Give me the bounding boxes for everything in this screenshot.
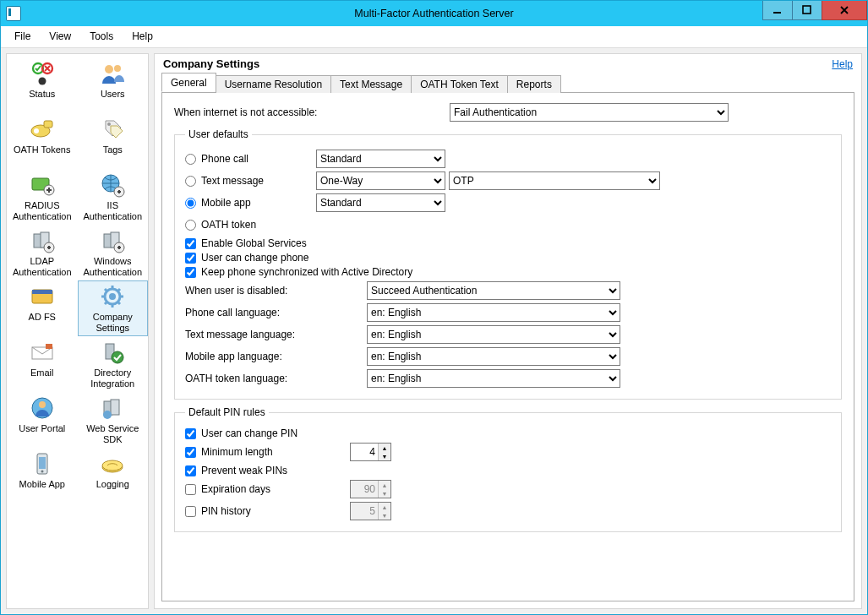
spinner-down-icon: ▼ bbox=[379, 511, 390, 520]
spinner-up-icon[interactable]: ▲ bbox=[379, 444, 390, 452]
app-window: Multi-Factor Authentication Server File … bbox=[0, 0, 868, 615]
check-min-length-input[interactable] bbox=[185, 447, 196, 458]
radio-oath-token-input[interactable] bbox=[185, 220, 196, 231]
spinner-down-icon: ▼ bbox=[379, 489, 390, 498]
text-lang-select[interactable]: en: English bbox=[367, 325, 620, 344]
close-button[interactable] bbox=[822, 1, 867, 20]
svg-point-36 bbox=[41, 471, 43, 473]
tab-general: When internet is not accessible: Fail Au… bbox=[161, 93, 854, 601]
sidebar-item-ldap[interactable]: LDAP Authentication bbox=[7, 225, 78, 280]
text-message-mode-select[interactable]: One-Way bbox=[316, 171, 445, 190]
sidebar-item-radius[interactable]: RADIUS Authentication bbox=[7, 169, 78, 225]
radio-mobile-app[interactable]: Mobile app bbox=[185, 197, 316, 209]
sidebar-item-directory[interactable]: Directory Integration bbox=[78, 336, 149, 392]
check-min-length[interactable]: Minimum length bbox=[185, 446, 350, 458]
oath-icon bbox=[29, 116, 56, 143]
sidebar-item-status[interactable]: Status bbox=[7, 57, 78, 113]
sidebar-item-email[interactable]: Email bbox=[7, 336, 78, 392]
spinner-down-icon[interactable]: ▼ bbox=[379, 452, 390, 460]
menu-tools[interactable]: Tools bbox=[81, 28, 122, 45]
page-title: Company Settings bbox=[163, 57, 259, 70]
tab-oath-token-text[interactable]: OATH Token Text bbox=[411, 75, 508, 93]
tab-text-message[interactable]: Text Message bbox=[330, 75, 412, 93]
sidebar-item-label: Users bbox=[80, 89, 146, 111]
mobile-lang-select[interactable]: en: English bbox=[367, 347, 620, 366]
radio-mobile-app-input[interactable] bbox=[185, 198, 196, 209]
window-title: Multi-Factor Authentication Server bbox=[1, 8, 867, 19]
minimize-button[interactable] bbox=[762, 1, 793, 20]
sdk-icon bbox=[99, 395, 126, 422]
iis-icon bbox=[99, 171, 126, 199]
sidebar-item-label: Company Settings bbox=[80, 312, 146, 334]
check-prevent-weak[interactable]: Prevent weak PINs bbox=[185, 465, 831, 476]
sidebar-item-oath[interactable]: OATH Tokens bbox=[7, 113, 78, 169]
tab-reports[interactable]: Reports bbox=[507, 75, 561, 93]
tab-general[interactable]: General bbox=[161, 73, 216, 92]
svg-point-38 bbox=[102, 460, 123, 471]
menu-view[interactable]: View bbox=[41, 28, 79, 45]
mobile-app-mode-select[interactable]: Standard bbox=[316, 193, 445, 212]
sidebar-item-users[interactable]: Users bbox=[78, 57, 149, 113]
sidebar-item-windows[interactable]: Windows Authentication bbox=[78, 225, 149, 280]
maximize-button[interactable] bbox=[792, 1, 822, 20]
svg-rect-26 bbox=[46, 344, 52, 349]
sidebar-item-company[interactable]: Company Settings bbox=[78, 280, 149, 336]
check-pin-history-input[interactable] bbox=[185, 506, 196, 517]
internet-select[interactable]: Fail Authentication bbox=[450, 103, 729, 122]
sidebar-item-label: Logging bbox=[80, 479, 146, 501]
sidebar-item-iis[interactable]: IIS Authentication bbox=[78, 169, 149, 225]
svg-rect-22 bbox=[32, 290, 52, 294]
sidebar-item-label: Tags bbox=[80, 144, 146, 166]
check-expiration-days-input[interactable] bbox=[185, 484, 196, 495]
tab-username-resolution[interactable]: Username Resolution bbox=[216, 75, 331, 93]
svg-point-24 bbox=[109, 293, 116, 300]
radio-text-message-input[interactable] bbox=[185, 176, 196, 187]
ldap-icon bbox=[29, 227, 56, 254]
svg-point-9 bbox=[34, 128, 39, 133]
spinner-up-icon: ▲ bbox=[379, 503, 390, 511]
check-change-pin[interactable]: User can change PIN bbox=[185, 427, 831, 439]
sidebar-item-tags[interactable]: Tags bbox=[78, 113, 149, 169]
check-sync-ad[interactable]: Keep phone synchronized with Active Dire… bbox=[185, 266, 831, 278]
svg-rect-32 bbox=[111, 400, 119, 415]
radio-phone-call-input[interactable] bbox=[185, 154, 196, 165]
content-area: StatusUsersOATH TokensTagsRADIUS Authent… bbox=[1, 47, 867, 614]
when-disabled-select[interactable]: Succeed Authentication bbox=[367, 281, 620, 300]
check-pin-history[interactable]: PIN history bbox=[185, 505, 350, 517]
sidebar-item-adfs[interactable]: AD FS bbox=[7, 280, 78, 336]
oath-lang-select[interactable]: en: English bbox=[367, 369, 620, 388]
radio-text-message[interactable]: Text message bbox=[185, 175, 316, 187]
sidebar-item-label: Mobile App bbox=[9, 479, 75, 501]
text-message-type-select[interactable]: OTP bbox=[449, 171, 660, 190]
svg-point-33 bbox=[103, 411, 112, 419]
sidebar-item-sdk[interactable]: Web Service SDK bbox=[78, 392, 149, 448]
sidebar-item-label: IIS Authentication bbox=[80, 200, 146, 222]
sidebar-item-label: Status bbox=[9, 89, 75, 111]
check-prevent-weak-input[interactable] bbox=[185, 465, 196, 476]
radio-phone-call[interactable]: Phone call bbox=[185, 153, 316, 165]
check-change-phone[interactable]: User can change phone bbox=[185, 252, 831, 264]
menu-file[interactable]: File bbox=[6, 28, 39, 45]
expiration-spinner: ▲▼ bbox=[350, 480, 391, 498]
check-global-services-input[interactable] bbox=[185, 238, 196, 249]
mobile-icon bbox=[29, 450, 56, 477]
sidebar-item-portal[interactable]: User Portal bbox=[7, 392, 78, 448]
check-expiration-days[interactable]: Expiration days bbox=[185, 483, 350, 495]
check-change-pin-input[interactable] bbox=[185, 428, 196, 439]
svg-point-28 bbox=[112, 351, 123, 363]
sidebar-item-logging[interactable]: Logging bbox=[78, 448, 149, 503]
check-sync-ad-input[interactable] bbox=[185, 267, 196, 278]
status-icon bbox=[29, 60, 56, 87]
radio-oath-token[interactable]: OATH token bbox=[185, 219, 316, 231]
menu-help[interactable]: Help bbox=[123, 28, 161, 45]
sidebar-item-mobile[interactable]: Mobile App bbox=[7, 448, 78, 503]
min-length-spinner[interactable]: ▲▼ bbox=[350, 443, 391, 461]
phone-call-mode-select[interactable]: Standard bbox=[316, 150, 445, 168]
help-link[interactable]: Help bbox=[832, 58, 853, 70]
check-change-phone-input[interactable] bbox=[185, 253, 196, 264]
svg-rect-1 bbox=[803, 6, 811, 14]
phone-lang-select[interactable]: en: English bbox=[367, 303, 620, 322]
oath-lang-label: OATH token language: bbox=[185, 373, 367, 384]
window-buttons bbox=[763, 1, 867, 26]
check-global-services[interactable]: Enable Global Services bbox=[185, 237, 831, 249]
